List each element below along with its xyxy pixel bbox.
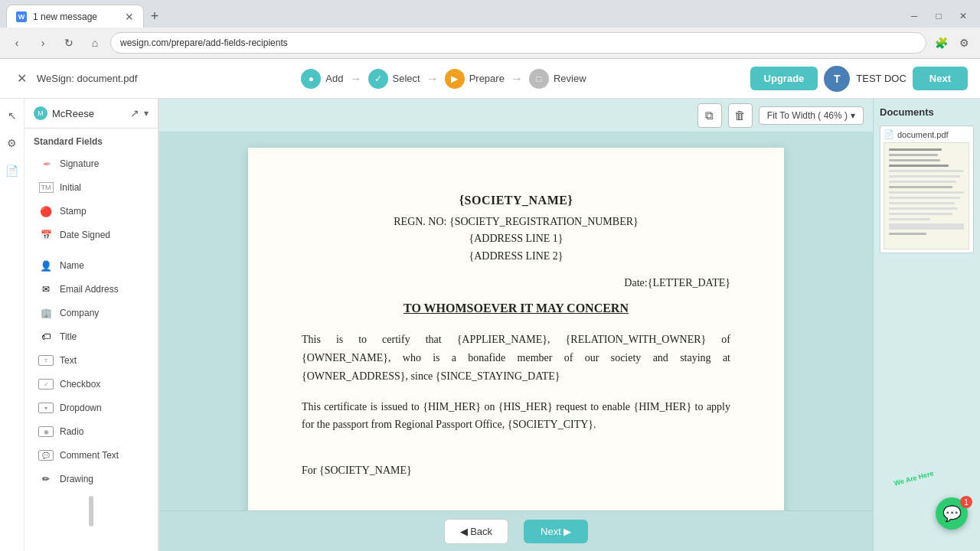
stepper: ● Add → ✓ Select → ▶ Prepare → □ Review	[146, 69, 740, 89]
tab-title: 1 new message	[33, 11, 119, 22]
chat-bubble[interactable]: 💬 1 We Are Here	[936, 497, 971, 533]
name-icon: 👤	[38, 259, 54, 272]
field-title[interactable]: 🏷 Title	[29, 325, 153, 348]
doc-regn-line3: {ADDRESS LINE 2}	[302, 248, 730, 265]
address-bar[interactable]: wesign.com/prepare/add-fields-recipients	[110, 32, 926, 54]
step-prepare[interactable]: ▶ Prepare	[445, 69, 505, 89]
field-name-label: Name	[60, 260, 84, 271]
fields-scroll-area: ✒ Signature TM Initial 🔴 Stamp 📅 Date Si…	[24, 152, 158, 551]
field-initial-label: Initial	[60, 182, 81, 193]
url-text: wesign.com/prepare/add-fields-recipients	[120, 37, 288, 48]
tab-favicon: W	[16, 11, 27, 22]
field-checkbox-label: Checkbox	[60, 379, 100, 390]
settings-icon[interactable]: ⚙	[954, 33, 974, 53]
step-add-label: Add	[325, 73, 343, 84]
doc-toolbar: ⧉ 🗑 Fit To Width ( 46% ) ▾	[159, 99, 873, 132]
doc-viewport[interactable]: {SOCIETY_NAME} REGN. NO: {SOCIETY_REGIST…	[159, 132, 873, 510]
step-arrow-3: →	[511, 72, 523, 86]
delete-page-button[interactable]: 🗑	[728, 103, 753, 128]
step-select[interactable]: ✓ Select	[368, 69, 420, 89]
doc-name-label: WeSign: document.pdf	[37, 73, 137, 84]
reload-button[interactable]: ↻	[58, 32, 80, 54]
next-bottom-button[interactable]: Next ▶	[524, 520, 588, 543]
field-text[interactable]: T Text	[29, 349, 153, 372]
user-dot: M	[34, 106, 47, 120]
field-dropdown[interactable]: ▾ Dropdown	[29, 396, 153, 419]
step-prepare-label: Prepare	[469, 73, 505, 84]
field-drawing[interactable]: ✏ Drawing	[29, 468, 153, 491]
next-header-button[interactable]: Next	[913, 67, 968, 90]
field-checkbox[interactable]: ✓ Checkbox	[29, 373, 153, 396]
step-add[interactable]: ● Add	[301, 69, 343, 89]
back-button[interactable]: ◀ Back	[444, 519, 509, 544]
doc-page: {SOCIETY_NAME} REGN. NO: {SOCIETY_REGIST…	[248, 148, 784, 510]
zoom-chevron-icon: ▾	[851, 110, 855, 121]
field-stamp-label: Stamp	[60, 206, 87, 217]
close-window-button[interactable]: ✕	[952, 5, 974, 27]
maximize-button[interactable]: □	[928, 5, 949, 27]
upgrade-button[interactable]: Upgrade	[750, 67, 818, 90]
doc-body-para1: This is to certify that {APPLIER_NAME}, …	[302, 331, 730, 385]
home-button[interactable]: ⌂	[84, 32, 106, 54]
field-initial[interactable]: TM Initial	[29, 176, 153, 199]
field-comment-text[interactable]: 💬 Comment Text	[29, 444, 153, 467]
field-signature-label: Signature	[60, 158, 99, 169]
signature-icon: ✒	[38, 158, 54, 170]
field-email-label: Email Address	[60, 284, 119, 295]
extensions-icon[interactable]: 🧩	[931, 33, 951, 53]
cursor-tool-icon[interactable]: ↖	[2, 105, 23, 126]
doc-file-icon: 📄	[884, 129, 894, 139]
doc-thumbnail[interactable]: 📄 document.pdf	[880, 126, 974, 253]
field-stamp[interactable]: 🔴 Stamp	[29, 200, 153, 223]
field-name[interactable]: 👤 Name	[29, 254, 153, 277]
step-review-label: Review	[554, 73, 586, 84]
radio-icon: ◉	[38, 425, 54, 438]
documents-panel-title: Documents	[880, 106, 974, 118]
new-tab-button[interactable]: +	[144, 5, 165, 27]
user-selector[interactable]: M McReese ↗ ▾	[24, 99, 158, 129]
email-icon: ✉	[38, 283, 54, 295]
step-review[interactable]: □ Review	[529, 69, 586, 89]
field-text-label: Text	[60, 355, 77, 366]
user-selector-name: McReese	[52, 108, 126, 119]
field-title-label: Title	[60, 331, 77, 342]
title-icon: 🏷	[38, 331, 54, 343]
field-tools-icon[interactable]: ⚙	[2, 132, 23, 154]
document-icon[interactable]: 📄	[2, 160, 23, 181]
step-review-circle: □	[529, 69, 549, 89]
field-dropdown-label: Dropdown	[60, 403, 102, 413]
dropdown-icon: ▾	[38, 402, 54, 414]
doc-body: This is to certify that {APPLIER_NAME}, …	[302, 331, 730, 434]
zoom-selector[interactable]: Fit To Width ( 46% ) ▾	[759, 106, 864, 125]
minimize-button[interactable]: ─	[903, 5, 925, 27]
field-email[interactable]: ✉ Email Address	[29, 278, 153, 301]
field-date-signed[interactable]: 📅 Date Signed	[29, 223, 153, 246]
field-comment-text-label: Comment Text	[60, 450, 119, 461]
tab-close-button[interactable]: ✕	[125, 11, 134, 22]
step-select-label: Select	[393, 73, 420, 84]
forward-nav-button[interactable]: ›	[32, 32, 54, 54]
copy-page-button[interactable]: ⧉	[697, 103, 722, 128]
close-doc-button[interactable]: ✕	[12, 70, 31, 88]
comment-text-icon: 💬	[38, 449, 54, 461]
bottom-nav: ◀ Back Next ▶	[159, 510, 873, 551]
back-nav-button[interactable]: ‹	[6, 32, 28, 54]
doc-body-para2: This certificate is issued to {HIM_HER} …	[302, 398, 730, 435]
step-add-circle: ●	[301, 69, 321, 89]
app-header: ✕ WeSign: document.pdf ● Add → ✓ Select …	[0, 59, 980, 99]
field-radio[interactable]: ◉ Radio	[29, 420, 153, 443]
step-select-circle: ✓	[368, 69, 388, 89]
field-company[interactable]: 🏢 Company	[29, 302, 153, 324]
field-company-label: Company	[60, 308, 99, 318]
initial-icon: TM	[38, 181, 54, 194]
text-icon: T	[38, 354, 54, 367]
window-controls: ─ □ ✕	[903, 5, 974, 27]
field-signature[interactable]: ✒ Signature	[29, 152, 153, 175]
date-signed-icon: 📅	[38, 229, 54, 241]
doc-thumb-filename: document.pdf	[897, 130, 949, 139]
scroll-handle[interactable]	[89, 496, 93, 527]
browser-tab[interactable]: W 1 new message ✕	[6, 5, 144, 28]
drawing-icon: ✏	[38, 473, 54, 485]
checkbox-icon: ✓	[38, 378, 54, 390]
header-right: Upgrade T TEST DOC Next	[750, 66, 968, 92]
